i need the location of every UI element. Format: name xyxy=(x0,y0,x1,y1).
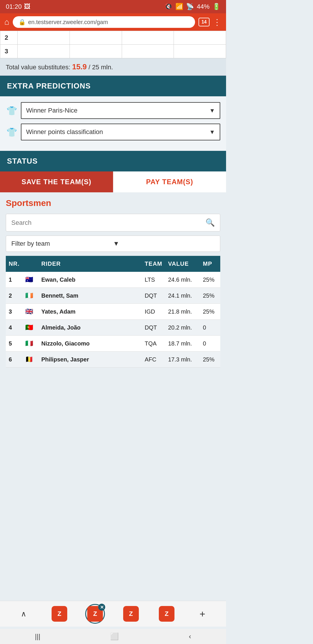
filter-label: Filter by team xyxy=(11,240,113,247)
status-bar: 01:20 🖼 🔇 📶 📡 44% 🔋 xyxy=(0,0,226,13)
chevron-down-icon: ▼ xyxy=(113,240,215,247)
tab-add[interactable]: + xyxy=(185,608,220,620)
status-header: STATUS xyxy=(0,151,226,171)
winner-paris-nice-label: Winner Paris-Nice xyxy=(26,107,77,114)
status-bar-right: 🔇 📶 📡 44% 🔋 xyxy=(165,3,220,10)
rider-flag: 🇵🇹 xyxy=(22,320,38,336)
home-button[interactable]: ⬜ xyxy=(110,632,119,641)
rider-team: LTS xyxy=(142,272,165,288)
rider-nr: 6 xyxy=(6,352,22,368)
home-icon[interactable]: ⌂ xyxy=(4,17,9,27)
gallery-icon: 🖼 xyxy=(24,3,30,10)
top-table: 2 3 xyxy=(0,31,226,58)
prediction-row-2: 👕 Winner points classification ▼ xyxy=(6,124,220,140)
table-row: 6 🇧🇪 Philipsen, Jasper AFC 17.3 mln. 25% xyxy=(6,352,220,368)
rider-value: 24.1 mln. xyxy=(165,288,200,304)
battery-text: 44% xyxy=(197,3,210,10)
rider-name: Almeida, João xyxy=(38,320,142,336)
rider-nr: 1 xyxy=(6,272,22,288)
filter-by-team-select[interactable]: Filter by team ▼ xyxy=(6,236,220,252)
col-rider: RIDER xyxy=(38,256,142,272)
col-value: VALUE xyxy=(165,256,200,272)
rider-name: Yates, Adam xyxy=(38,304,142,320)
substitutes-label: Total value substitutes: xyxy=(6,64,70,71)
rider-flag: 🇧🇪 xyxy=(22,352,38,368)
chevron-up-icon: ∧ xyxy=(21,609,26,618)
chevron-down-icon: ▼ xyxy=(209,129,215,135)
close-badge[interactable]: ✕ xyxy=(98,604,105,611)
status-bar-left: 01:20 🖼 xyxy=(6,3,30,10)
url-bar[interactable]: 🔒 en.testserver.zweeler.com/gam xyxy=(13,16,195,28)
prediction-row-1: 👕 Winner Paris-Nice ▼ xyxy=(6,102,220,119)
search-input[interactable] xyxy=(11,219,205,227)
extra-predictions-section: 👕 Winner Paris-Nice ▼ 👕 Winner points cl… xyxy=(0,96,226,151)
tab-3[interactable]: Z xyxy=(113,606,149,622)
rider-team: IGD xyxy=(142,304,165,320)
tab-2-active[interactable]: Z ✕ xyxy=(77,604,113,624)
green-jersey-icon: 👕 xyxy=(6,127,17,137)
rider-value: 17.3 mln. xyxy=(165,352,200,368)
rider-value: 18.7 mln. xyxy=(165,336,200,352)
tab-back[interactable]: ∧ xyxy=(6,609,41,618)
rider-mp: 25% xyxy=(200,352,220,368)
tab-z-button-4[interactable]: Z xyxy=(159,606,174,622)
row-number: 3 xyxy=(0,45,18,58)
substitutes-value: 15.9 xyxy=(72,62,87,71)
search-box[interactable]: 🔍 xyxy=(6,214,220,231)
signal-icon: 📡 xyxy=(186,3,194,10)
recent-apps-icon[interactable]: ||| xyxy=(35,632,41,641)
time: 01:20 xyxy=(6,3,22,10)
rider-name: Ewan, Caleb xyxy=(38,272,142,288)
add-tab-icon[interactable]: + xyxy=(199,608,205,620)
substitutes-max: / 25 mln. xyxy=(88,64,113,71)
table-row: 1 🇦🇺 Ewan, Caleb LTS 24.6 mln. 25% xyxy=(6,272,220,288)
browser-menu[interactable]: ⋮ xyxy=(213,17,222,27)
table-row: 2 xyxy=(0,31,226,45)
extra-predictions-header: EXTRA PREDICTIONS xyxy=(0,76,226,96)
back-button[interactable]: ‹ xyxy=(189,632,191,641)
tab-z-button-3[interactable]: Z xyxy=(123,606,139,622)
winner-points-select[interactable]: Winner points classification ▼ xyxy=(21,124,220,140)
sportsmen-title: Sportsmen xyxy=(6,198,220,208)
system-bar: ||| ⬜ ‹ xyxy=(0,629,226,644)
rider-nr: 2 xyxy=(6,288,22,304)
battery-icon: 🔋 xyxy=(212,3,220,10)
tab-4[interactable]: Z xyxy=(149,606,184,622)
riders-table: NR. RIDER TEAM VALUE MP 1 🇦🇺 Ewan, Caleb… xyxy=(6,256,220,368)
search-icon: 🔍 xyxy=(205,218,215,227)
tab-count[interactable]: 14 xyxy=(199,18,210,26)
mute-icon: 🔇 xyxy=(165,3,172,10)
rider-mp: 25% xyxy=(200,272,220,288)
winner-points-label: Winner points classification xyxy=(26,128,103,136)
winner-paris-nice-select[interactable]: Winner Paris-Nice ▼ xyxy=(21,102,220,119)
save-team-button[interactable]: SAVE THE TEAM(S) xyxy=(0,171,113,192)
rider-name: Bennett, Sam xyxy=(38,288,142,304)
bottom-tabs: ∧ Z Z ✕ Z Z + xyxy=(0,601,226,627)
table-header-row: NR. RIDER TEAM VALUE MP xyxy=(6,256,220,272)
action-buttons: SAVE THE TEAM(S) PAY TEAM(S) xyxy=(0,171,226,192)
table-row: 3 xyxy=(0,45,226,58)
table-row: 4 🇵🇹 Almeida, João DQT 20.2 mln. 0 xyxy=(6,320,220,336)
rider-mp: 25% xyxy=(200,304,220,320)
col-team: TEAM xyxy=(142,256,165,272)
lock-icon: 🔒 xyxy=(19,19,26,26)
pay-team-button[interactable]: PAY TEAM(S) xyxy=(113,171,226,192)
rider-team: TQA xyxy=(142,336,165,352)
rider-name: Philipsen, Jasper xyxy=(38,352,142,368)
tab-1[interactable]: Z xyxy=(41,606,77,622)
tab-z-button-1[interactable]: Z xyxy=(52,606,67,622)
rider-flag: 🇦🇺 xyxy=(22,272,38,288)
rider-value: 24.6 mln. xyxy=(165,272,200,288)
row-number: 2 xyxy=(0,31,18,45)
table-row: 5 🇮🇹 Nizzolo, Giacomo TQA 18.7 mln. 0 xyxy=(6,336,220,352)
rider-team: DQT xyxy=(142,320,165,336)
browser-bar: ⌂ 🔒 en.testserver.zweeler.com/gam 14 ⋮ xyxy=(0,13,226,31)
col-mp: MP xyxy=(200,256,220,272)
rider-nr: 5 xyxy=(6,336,22,352)
rider-flag: 🇮🇪 xyxy=(22,288,38,304)
yellow-jersey-icon: 👕 xyxy=(6,106,17,116)
rider-nr: 4 xyxy=(6,320,22,336)
col-flag xyxy=(22,256,38,272)
rider-flag: 🇬🇧 xyxy=(22,304,38,320)
rider-value: 21.8 mln. xyxy=(165,304,200,320)
